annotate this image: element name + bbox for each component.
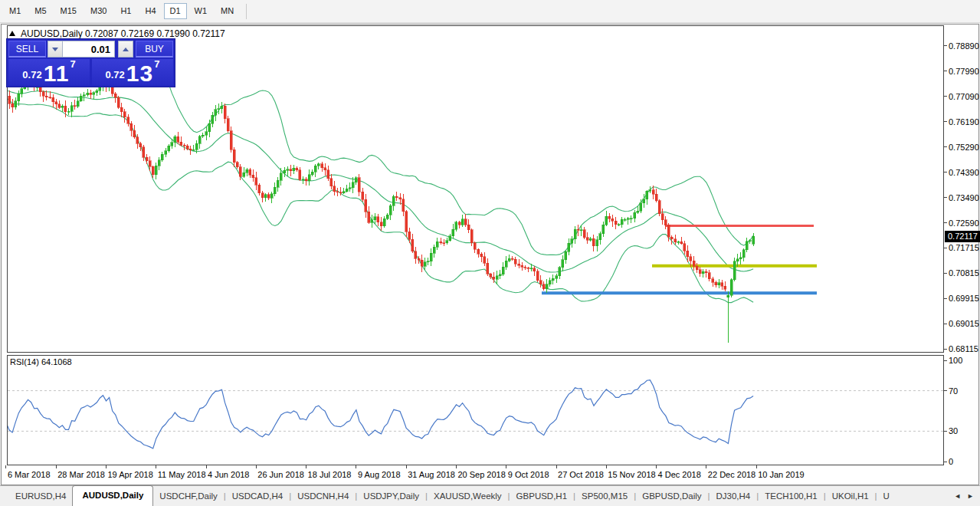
chart-tab-bar: EURUSD,H4AUDUSD,DailyUSDCHF,Daily|USDCAD…	[0, 485, 980, 506]
price-axis-label: 0.71715	[949, 243, 979, 252]
tab-scroll-left-icon[interactable]: ◄	[954, 493, 961, 500]
lot-decrease-button[interactable]	[48, 41, 63, 58]
price-axis-label: 0.77990	[949, 67, 979, 76]
price-axis-label: 0.70815	[949, 268, 979, 278]
rsi-axis-label: 70	[949, 386, 958, 396]
chart-tab-xauusd-weekly[interactable]: XAUUSD,Weekly	[428, 487, 508, 506]
chart-tab-tech100-h1[interactable]: TECH100,H1	[759, 487, 823, 506]
price-axis-label: 0.75290	[949, 143, 979, 152]
chart-tab-dj30-h4[interactable]: DJ30,H4	[710, 487, 757, 506]
date-axis-label: 15 Nov 2018	[608, 470, 655, 479]
chart-tab-gbpusd-h1[interactable]: GBPUSD,H1	[510, 487, 573, 506]
tab-scroll-right-icon[interactable]: ►	[967, 493, 974, 500]
date-axis-label: 20 Sep 2018	[457, 470, 505, 479]
sell-price-prefix: 0.72	[22, 69, 41, 80]
chart-tab-usdjpy-daily[interactable]: USDJPY,Daily	[357, 487, 425, 506]
buy-price-big-digits: 13	[126, 63, 153, 84]
buy-price-pipette: 7	[154, 58, 159, 70]
buy-price-prefix: 0.72	[106, 69, 125, 80]
timeframe-button-m5[interactable]: M5	[28, 3, 52, 19]
rsi-axis-label: 100	[949, 356, 962, 365]
lot-size-input[interactable]: 0.01	[63, 41, 115, 58]
timeframe-toolbar: M1M5M15M30H1H4D1W1MN	[0, 0, 980, 23]
date-axis-label: 31 Aug 2018	[408, 470, 455, 479]
date-axis-label: 26 Jun 2018	[257, 470, 304, 479]
sell-price-big-digits: 11	[44, 63, 70, 84]
sell-price-button[interactable]: 0.72117	[8, 59, 90, 85]
date-axis-label: 10 Jan 2019	[758, 470, 805, 479]
chart-tab-ukoil-h1[interactable]: UKOil,H1	[826, 487, 875, 506]
trade-panel-price-row: 0.72117 0.72137	[8, 59, 173, 85]
date-axis-label: 6 Mar 2018	[8, 470, 51, 479]
rsi-indicator-label: RSI(14) 64.1068	[10, 357, 72, 366]
timeframe-button-m15[interactable]: M15	[54, 3, 83, 19]
chart-tab-u[interactable]: U	[877, 487, 896, 506]
chart-tab-usdcad-h4[interactable]: USDCAD,H4	[226, 487, 289, 506]
price-axis-label: 0.69015	[949, 319, 979, 328]
chart-tab-usdcnh-h4[interactable]: USDCNH,H4	[291, 487, 355, 506]
date-axis-label: 19 Apr 2018	[108, 470, 153, 479]
toolbar-separator	[246, 4, 247, 19]
buy-price-button[interactable]: 0.72137	[92, 59, 173, 85]
price-axis-label: 0.78890	[949, 41, 979, 51]
price-axis-label: 0.68115	[949, 344, 978, 353]
sell-button[interactable]: SELL	[8, 41, 46, 58]
lot-increase-button[interactable]	[118, 41, 133, 58]
price-axis-label: 0.69915	[949, 294, 979, 303]
one-click-trading-panel: SELL 0.01 BUY 0.72117 0.72137	[6, 38, 175, 87]
mt-terminal: { "toolbar": { "timeframes": [ {"label":…	[0, 0, 980, 506]
collapse-panel-icon[interactable]	[9, 31, 15, 36]
chart-tab-gbpusd-daily[interactable]: GBPUSD,Daily	[636, 487, 707, 506]
tab-scroll-controls: ◄ ►	[954, 493, 980, 506]
chart-tab-usdchf-daily[interactable]: USDCHF,Daily	[153, 487, 223, 506]
date-axis-label: 4 Jun 2018	[208, 470, 249, 479]
date-axis-label: 9 Oct 2018	[508, 470, 549, 479]
current-price-tag: 0.72117	[945, 231, 980, 242]
timeframe-button-m1[interactable]: M1	[3, 3, 27, 19]
rsi-pane-area[interactable]	[8, 356, 943, 465]
price-axis-label: 0.74390	[949, 168, 979, 177]
price-axis-label: 0.72590	[949, 219, 979, 228]
timeframe-button-mn[interactable]: MN	[215, 3, 240, 19]
timeframe-button-w1[interactable]: W1	[188, 3, 214, 19]
chart-tabs: EURUSD,H4AUDUSD,DailyUSDCHF,Daily|USDCAD…	[9, 485, 896, 506]
trade-panel-top-row: SELL 0.01 BUY	[8, 41, 173, 58]
triangle-up-icon	[123, 48, 129, 51]
price-axis-label: 0.73490	[949, 193, 979, 202]
date-axis-label: 18 Jul 2018	[308, 470, 352, 479]
sell-price-pipette: 7	[70, 58, 75, 70]
timeframe-button-group: M1M5M15M30H1H4D1W1MN	[2, 3, 241, 19]
date-axis-label: 4 Dec 2018	[658, 470, 701, 479]
chart-title: AUDUSD,Daily 0.72087 0.72169 0.71990 0.7…	[21, 28, 225, 39]
price-axis-label: 0.76190	[949, 117, 979, 127]
rsi-axis-label: 30	[949, 426, 958, 435]
timeframe-button-d1[interactable]: D1	[164, 3, 187, 19]
timeframe-button-m30[interactable]: M30	[84, 3, 113, 19]
rsi-axis-label: 0	[949, 457, 953, 466]
triangle-down-icon	[52, 48, 58, 51]
chart-tab-eurusd-h4[interactable]: EURUSD,H4	[9, 487, 72, 506]
date-axis-label: 22 Dec 2018	[708, 470, 755, 479]
buy-button[interactable]: BUY	[136, 41, 173, 58]
date-axis-label: 27 Oct 2018	[558, 470, 604, 479]
price-axis-label: 0.77090	[949, 92, 979, 101]
date-axis-label: 28 Mar 2018	[57, 470, 105, 479]
date-axis-label: 9 Aug 2018	[358, 470, 401, 479]
timeframe-button-h1[interactable]: H1	[114, 3, 137, 19]
date-axis-label: 11 May 2018	[158, 470, 206, 479]
timeframe-button-h4[interactable]: H4	[139, 3, 162, 19]
chart-tab-sp500-m15[interactable]: SP500,M15	[575, 487, 634, 506]
chart-tab-audusd-daily[interactable]: AUDUSD,Daily	[72, 485, 153, 506]
